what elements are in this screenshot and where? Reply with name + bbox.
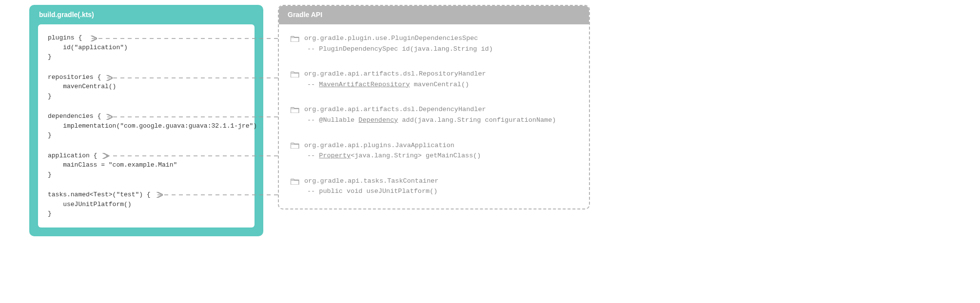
- api-link[interactable]: Property: [319, 152, 351, 159]
- folder-icon: [291, 178, 299, 185]
- api-link[interactable]: MavenArtifactRepository: [319, 81, 410, 88]
- diagram-container: build.gradle(.kts) plugins { id("applica…: [29, 5, 951, 236]
- api-java-application: org.gradle.api.plugins.JavaApplication -…: [291, 140, 577, 161]
- api-method-detail: -- @Nullable Dependency add(java.lang.St…: [291, 115, 577, 126]
- api-class-name: org.gradle.api.artifacts.dsl.DependencyH…: [304, 104, 486, 115]
- api-method-detail: -- PluginDependencySpec id(java.lang.Str…: [291, 44, 577, 55]
- api-repository-handler: org.gradle.api.artifacts.dsl.RepositoryH…: [291, 69, 577, 90]
- code-application: application { mainClass = "com.example.M…: [48, 151, 245, 180]
- api-method-detail: -- MavenArtifactRepository mavenCentral(…: [291, 79, 577, 90]
- api-plugin-dependencies-spec: org.gradle.plugin.use.PluginDependencies…: [291, 33, 577, 54]
- api-class-name: org.gradle.api.plugins.JavaApplication: [304, 140, 454, 151]
- api-method-detail: -- Property<java.lang.String> getMainCla…: [291, 151, 577, 161]
- folder-icon: [291, 35, 299, 42]
- folder-icon: [291, 106, 299, 113]
- api-method-detail: -- public void useJUnitPlatform(): [291, 186, 577, 197]
- api-task-container: org.gradle.api.tasks.TaskContainer -- pu…: [291, 176, 577, 197]
- api-dependency-handler: org.gradle.api.artifacts.dsl.DependencyH…: [291, 104, 577, 125]
- gradle-api-panel: Gradle API org.gradle.plugin.use.PluginD…: [278, 5, 590, 209]
- api-class-name: org.gradle.plugin.use.PluginDependencies…: [304, 33, 478, 44]
- api-link[interactable]: Dependency: [358, 116, 398, 124]
- code-dependencies: dependencies { implementation("com.googl…: [48, 112, 245, 140]
- code-repositories: repositories { mavenCentral() }: [48, 73, 245, 101]
- folder-icon: [291, 71, 299, 77]
- code-plugins: plugins { id("application") }: [48, 33, 245, 62]
- build-gradle-body: plugins { id("application") } repositori…: [38, 24, 255, 227]
- folder-icon: [291, 142, 299, 149]
- gradle-api-header: Gradle API: [278, 5, 590, 24]
- gradle-api-body: org.gradle.plugin.use.PluginDependencies…: [279, 24, 589, 208]
- api-class-name: org.gradle.api.tasks.TaskContainer: [304, 176, 438, 187]
- build-gradle-panel: build.gradle(.kts) plugins { id("applica…: [29, 5, 263, 236]
- build-gradle-header: build.gradle(.kts): [29, 5, 263, 24]
- code-tasks: tasks.named<Test>("test") { useJUnitPlat…: [48, 190, 245, 219]
- api-class-name: org.gradle.api.artifacts.dsl.RepositoryH…: [304, 69, 486, 79]
